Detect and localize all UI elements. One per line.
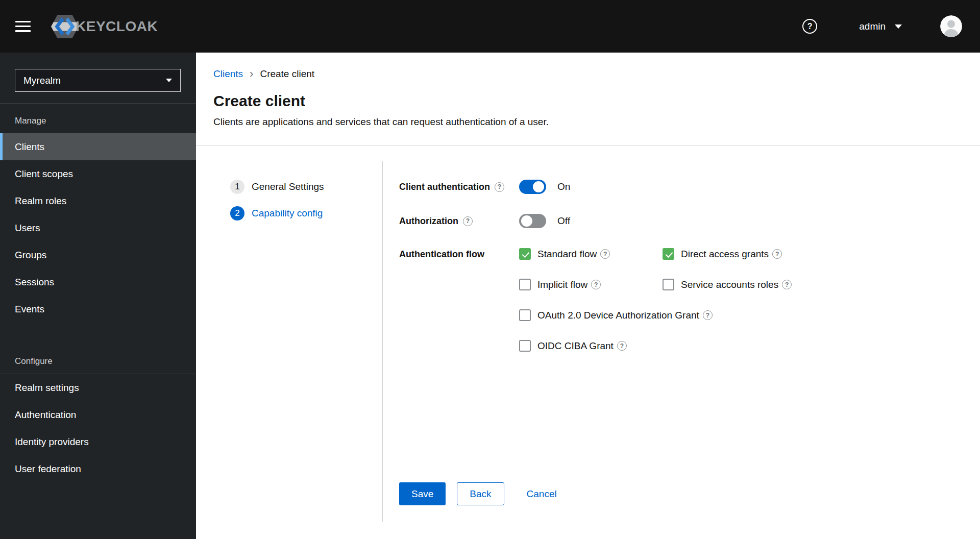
capability-config-form: Client authentication On Authorization [383, 145, 980, 539]
help-icon[interactable] [802, 19, 817, 34]
nav-section-manage: Manage Clients Client scopes Realm roles… [0, 104, 196, 323]
field-label-group: Authorization [399, 214, 519, 228]
checkbox-unchecked-icon[interactable] [519, 279, 531, 290]
checkbox-service-accounts-roles[interactable]: Service accounts roles [663, 279, 792, 290]
page-header: Clients Create client Create client Clie… [196, 53, 980, 145]
nav-section-label: Configure [0, 344, 196, 374]
checkbox-label: OIDC CIBA Grant [537, 340, 614, 352]
authentication-flow-options: Standard flow Direct access grants Impli… [519, 248, 792, 352]
field-label-group: Client authentication [399, 180, 519, 194]
help-icon[interactable] [463, 216, 473, 226]
checkbox-unchecked-icon[interactable] [519, 340, 531, 352]
breadcrumb-current: Create client [260, 68, 314, 80]
header-toolbar: admin [802, 15, 962, 37]
sidebar-item-clients[interactable]: Clients [0, 133, 196, 160]
sidebar-item-label: User federation [15, 463, 81, 475]
sidebar-item-client-scopes[interactable]: Client scopes [0, 160, 196, 187]
realm-name: Myrealm [23, 75, 61, 86]
sidebar-item-realm-roles[interactable]: Realm roles [0, 187, 196, 214]
toggle-state-text: On [557, 181, 570, 192]
step-label: Capability config [252, 208, 323, 219]
checkbox-label: Standard flow [537, 249, 597, 260]
field-control: Off [519, 214, 570, 228]
chevron-down-icon [895, 24, 902, 29]
toggle-state-text: Off [557, 215, 570, 227]
chevron-down-icon [166, 79, 172, 82]
app-header: KEYCLOAK admin [0, 0, 980, 53]
hamburger-menu-icon[interactable] [15, 21, 31, 32]
client-authentication-label: Client authentication [399, 182, 490, 192]
wizard-step-capability-config[interactable]: 2 Capability config [230, 206, 382, 220]
checkbox-unchecked-icon[interactable] [519, 309, 531, 321]
sidebar-item-identity-providers[interactable]: Identity providers [0, 428, 196, 455]
chevron-right-icon [250, 69, 253, 79]
authentication-flow-row: Authentication flow Standard flow Direct… [399, 248, 980, 352]
checkbox-oauth-device-authorization-grant[interactable]: OAuth 2.0 Device Authorization Grant [519, 309, 792, 321]
sidebar-item-users[interactable]: Users [0, 214, 196, 241]
username: admin [859, 21, 886, 32]
breadcrumb-clients-link[interactable]: Clients [213, 68, 243, 80]
main-content: Clients Create client Create client Clie… [196, 53, 980, 539]
help-icon[interactable] [772, 249, 782, 259]
sidebar-item-sessions[interactable]: Sessions [0, 268, 196, 296]
checkbox-label: Implicit flow [537, 279, 587, 290]
field-control: On [519, 180, 570, 194]
cancel-button[interactable]: Cancel [527, 488, 557, 500]
wizard-step-general-settings[interactable]: 1 General Settings [230, 180, 382, 194]
help-icon[interactable] [703, 310, 713, 320]
sidebar-item-label: Sessions [15, 277, 54, 288]
help-icon[interactable] [495, 182, 504, 192]
avatar[interactable] [940, 15, 962, 37]
sidebar-item-events[interactable]: Events [0, 296, 196, 323]
sidebar-item-label: Realm roles [15, 195, 66, 207]
sidebar-item-realm-settings[interactable]: Realm settings [0, 374, 196, 401]
sidebar-item-authentication[interactable]: Authentication [0, 401, 196, 428]
toggle-knob [533, 181, 544, 192]
nav-section-label: Manage [0, 104, 196, 133]
sidebar-item-label: Authentication [15, 409, 76, 421]
page-title: Create client [213, 91, 963, 111]
page-description: Clients are applications and services th… [213, 116, 963, 128]
toggle-knob [521, 215, 532, 227]
realm-selector[interactable]: Myrealm [15, 69, 181, 92]
keycloak-logo: KEYCLOAK [50, 14, 158, 39]
sidebar-item-label: Clients [15, 141, 44, 153]
wizard-steps: 1 General Settings 2 Capability config [196, 161, 383, 522]
checkbox-label: Service accounts roles [681, 279, 778, 290]
step-label: General Settings [252, 181, 324, 192]
checkbox-standard-flow[interactable]: Standard flow [519, 248, 663, 260]
checkbox-label: Direct access grants [681, 249, 769, 260]
realm-selector-block: Myrealm [0, 53, 196, 104]
sidebar-item-label: Identity providers [15, 436, 89, 448]
help-icon[interactable] [782, 280, 792, 289]
breadcrumb: Clients Create client [213, 68, 963, 80]
sidebar-item-label: Events [15, 304, 44, 315]
form-actions: Save Back Cancel [399, 482, 557, 505]
sidebar-item-groups[interactable]: Groups [0, 241, 196, 268]
authorization-label: Authorization [399, 216, 458, 227]
step-number: 2 [230, 206, 244, 220]
user-menu[interactable]: admin [859, 21, 902, 32]
back-button[interactable]: Back [457, 482, 504, 505]
save-button[interactable]: Save [399, 482, 446, 505]
checkbox-checked-icon[interactable] [663, 248, 674, 260]
sidebar-item-label: Groups [15, 250, 46, 261]
client-authentication-toggle[interactable] [519, 180, 546, 194]
checkbox-implicit-flow[interactable]: Implicit flow [519, 279, 663, 290]
sidebar-item-user-federation[interactable]: User federation [0, 455, 196, 482]
help-icon[interactable] [591, 280, 601, 289]
authorization-row: Authorization Off [399, 214, 980, 228]
client-authentication-row: Client authentication On [399, 180, 980, 194]
sidebar-item-label: Users [15, 223, 40, 234]
sidebar: Myrealm Manage Clients Client scopes Rea… [0, 53, 196, 539]
step-number: 1 [230, 180, 244, 194]
authorization-toggle[interactable] [519, 214, 546, 228]
help-icon[interactable] [617, 341, 627, 351]
brand-name: KEYCLOAK [76, 18, 158, 35]
checkbox-checked-icon[interactable] [519, 248, 531, 260]
checkbox-unchecked-icon[interactable] [663, 279, 674, 290]
sidebar-item-label: Realm settings [15, 382, 79, 394]
checkbox-direct-access-grants[interactable]: Direct access grants [663, 248, 792, 260]
checkbox-oidc-ciba-grant[interactable]: OIDC CIBA Grant [519, 340, 792, 352]
help-icon[interactable] [600, 249, 610, 259]
